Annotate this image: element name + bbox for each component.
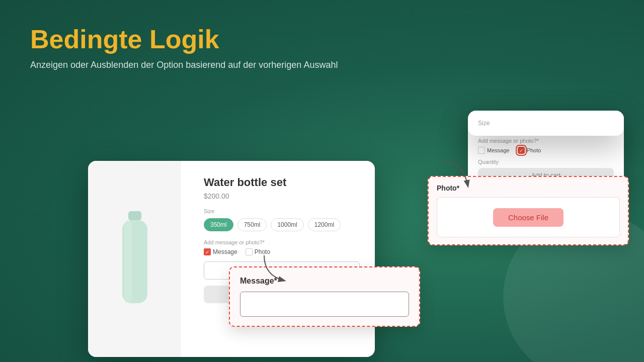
message-box: Message* [229, 266, 420, 327]
size-1200ml-bg[interactable]: 1200ml [308, 218, 341, 231]
checkbox-row-bg: Message Photo [204, 248, 360, 255]
top-photo-checkbox-item[interactable]: Photo [518, 147, 541, 154]
demo-area: Water bottle set $200.00 Size 350ml 750m… [88, 111, 624, 352]
photo-checkbox-item-bg[interactable]: Photo [246, 248, 270, 255]
top-message-checkbox-item[interactable]: Message [478, 147, 510, 154]
top-photo-label: Photo [527, 147, 541, 153]
page-subtitle: Anzeigen oder Ausblenden der Option basi… [30, 60, 614, 70]
message-checkbox-bg[interactable] [204, 248, 211, 255]
svg-rect-2 [124, 220, 132, 303]
choose-file-button[interactable]: Choose File [493, 208, 564, 227]
top-photo-checkbox[interactable] [518, 147, 525, 154]
top-add-message-label: Add message or photo?* [478, 138, 614, 144]
photo-box: Photo* Choose File [428, 176, 629, 245]
size-350ml-bg[interactable]: 350ml [204, 218, 233, 231]
add-message-label-bg: Add message or photo?* [204, 239, 360, 245]
photo-upload-area[interactable]: Choose File [437, 197, 620, 237]
message-input[interactable] [240, 292, 409, 317]
product-card: Water bottle set $200.00 Size 350ml 750m… [88, 161, 375, 357]
top-checkbox-row: Message Photo [478, 147, 614, 154]
product-name: Water bottle set [204, 176, 360, 189]
top-size-label: Size [468, 111, 624, 136]
photo-checkbox-bg[interactable] [246, 248, 253, 255]
svg-rect-0 [128, 211, 141, 220]
bottle-image [112, 209, 157, 309]
size-label: Size [204, 208, 360, 214]
top-message-checkbox[interactable] [478, 147, 485, 154]
product-price: $200.00 [204, 192, 360, 200]
size-options-bg: 350ml 750ml 1000ml 1200ml [204, 218, 360, 231]
top-message-label: Message [487, 147, 510, 153]
size-750ml-bg[interactable]: 750ml [237, 218, 267, 231]
message-box-title: Message* [240, 277, 409, 286]
photo-label-bg: Photo [255, 248, 270, 255]
message-label-bg: Message [213, 248, 237, 255]
message-checkbox-item-bg[interactable]: Message [204, 248, 237, 255]
page-title: Bedingte Logik [30, 25, 614, 54]
photo-box-title: Photo* [437, 184, 620, 192]
product-image-area [88, 161, 181, 357]
size-1000ml-bg[interactable]: 1000ml [271, 218, 303, 231]
quantity-label: Quantity [478, 159, 614, 165]
page-content: Bedingte Logik Anzeigen oder Ausblenden … [0, 0, 644, 70]
